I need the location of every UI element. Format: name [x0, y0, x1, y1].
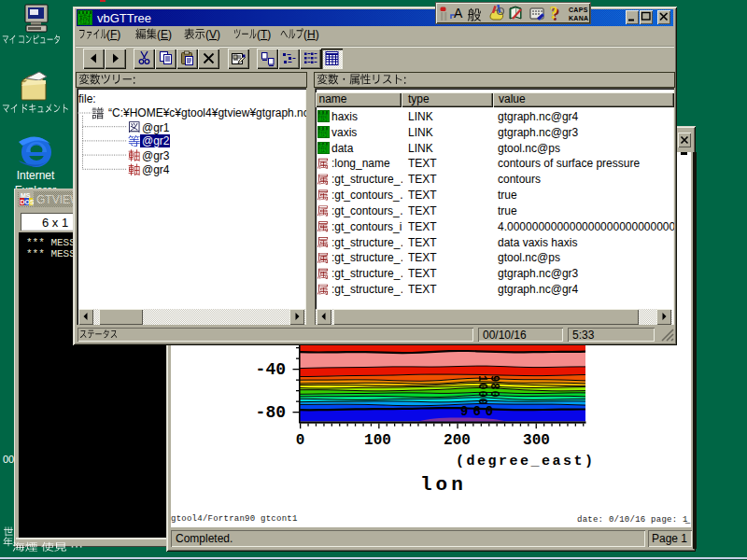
svg-text:?: ?	[550, 5, 558, 22]
svg-text:100: 100	[364, 432, 391, 449]
svg-text:0: 0	[296, 432, 305, 449]
svg-text:-40: -40	[256, 360, 286, 379]
svg-text:980: 980	[487, 375, 500, 399]
svg-text:lon: lon	[420, 474, 467, 496]
svg-text:1000: 1000	[475, 375, 488, 406]
svg-text:300: 300	[523, 432, 550, 449]
svg-text:200: 200	[444, 432, 471, 449]
svg-text:MS: MS	[21, 192, 31, 199]
svg-text:960: 960	[460, 404, 498, 419]
svg-text:-80: -80	[256, 403, 286, 422]
svg-text:DOS: DOS	[21, 199, 35, 205]
svg-text:(degree_east): (degree_east)	[456, 454, 596, 469]
